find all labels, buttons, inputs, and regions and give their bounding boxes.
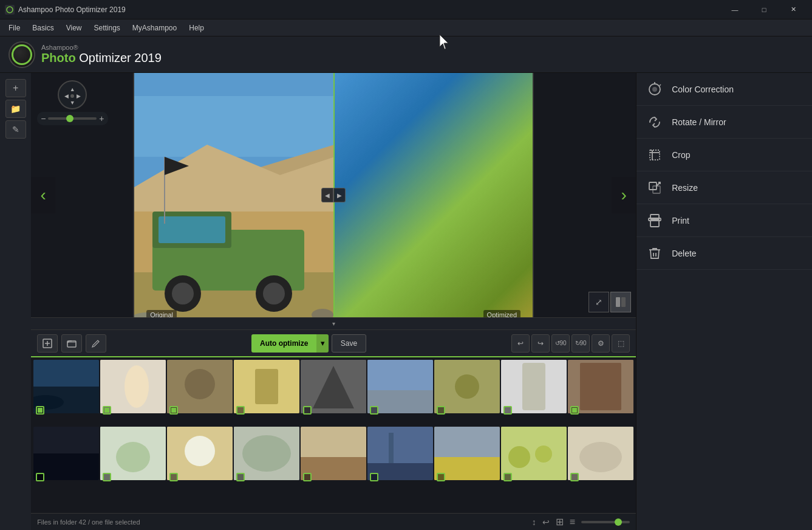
thumb-check-9[interactable]	[570, 406, 579, 415]
color-correction-label: Color Correction	[672, 84, 802, 94]
thumb-check-8[interactable]	[503, 406, 512, 415]
thumb-10[interactable]	[33, 427, 99, 487]
thumb-check-12[interactable]	[169, 473, 178, 481]
rotate-ccw-button[interactable]: ↺90	[551, 334, 570, 353]
panel-color-correction[interactable]: Color Correction	[636, 73, 812, 106]
menu-basics[interactable]: Basics	[26, 21, 60, 35]
thumb-check-6[interactable]	[370, 406, 378, 415]
thumb-9[interactable]	[568, 360, 633, 421]
thumb-check-10[interactable]	[36, 473, 44, 481]
status-controls: ↕ ↩ ⊞ ≡	[532, 516, 630, 528]
thumb-4[interactable]	[234, 360, 299, 421]
thumb-check-5[interactable]	[303, 406, 312, 415]
thumb-8[interactable]	[501, 360, 567, 421]
thumb-11[interactable]	[100, 427, 166, 487]
menu-myashampoo[interactable]: MyAshampoo	[126, 21, 183, 35]
pan-control[interactable]: ▲ ◀▶ ▼	[58, 80, 87, 109]
thumb-check-16[interactable]	[437, 473, 445, 481]
resize-icon	[646, 179, 663, 196]
panel-crop[interactable]: Crop	[636, 139, 812, 171]
zoom-track[interactable]	[48, 117, 97, 120]
edit-button[interactable]	[86, 334, 106, 353]
undo2-button[interactable]: ↪	[531, 334, 550, 353]
sort-icon[interactable]: ↕	[532, 517, 536, 527]
thumb-check-3[interactable]	[169, 406, 178, 415]
svg-rect-2	[134, 96, 333, 157]
add-folder-button[interactable]: 📁	[5, 100, 26, 118]
thumb-14[interactable]	[301, 427, 366, 487]
add-file-button[interactable]: +	[5, 79, 26, 97]
split-handle[interactable]: ◀ ▶	[321, 188, 346, 202]
menu-view[interactable]: View	[60, 21, 88, 35]
rotate-cw-button[interactable]: ↻90	[571, 334, 590, 353]
thumbnail-row-2	[31, 424, 636, 491]
auto-optimize-dropdown-button[interactable]: ▾	[316, 334, 329, 353]
svg-point-45	[125, 365, 149, 408]
logo-product: Photo Optimizer 2019	[41, 51, 162, 65]
thumb-check-18[interactable]	[570, 473, 579, 481]
svg-rect-36	[621, 297, 626, 307]
thumb-6[interactable]	[367, 360, 433, 421]
close-button[interactable]: ✕	[779, 0, 807, 19]
svg-point-92	[658, 219, 659, 220]
thumb-check-7[interactable]	[437, 406, 445, 415]
selection-button[interactable]: ⬚	[612, 334, 630, 353]
zoom-minus-button[interactable]: −	[41, 114, 46, 123]
prev-image-button[interactable]: ‹	[31, 177, 55, 213]
size-slider[interactable]	[581, 521, 630, 523]
save-button[interactable]: Save	[332, 334, 366, 353]
thumb-check-1[interactable]	[36, 406, 44, 415]
zoom-plus-button[interactable]: +	[99, 114, 104, 123]
next-image-button[interactable]: ›	[612, 177, 636, 213]
open-folder-button[interactable]	[61, 334, 82, 353]
thumb-12[interactable]	[167, 427, 233, 487]
menu-settings[interactable]: Settings	[87, 21, 126, 35]
toolbar: Auto optimize ▾ Save ↩ ↪ ↺90 ↻90 ⚙ ⬚	[31, 329, 636, 356]
panel-print[interactable]: Print	[636, 204, 812, 237]
thumb-1[interactable]	[33, 360, 99, 421]
thumb-check-11[interactable]	[103, 473, 111, 481]
minimize-button[interactable]: —	[721, 0, 749, 19]
thumb-7[interactable]	[434, 360, 500, 421]
grid-view-button[interactable]: ⊞	[556, 516, 564, 528]
thumb-check-17[interactable]	[503, 473, 512, 481]
list-view-button[interactable]: ≡	[570, 517, 575, 528]
logo-bar: Ashampoo® Photo Optimizer 2019	[0, 36, 812, 73]
settings-button[interactable]: ⚙	[592, 334, 610, 353]
menu-file[interactable]: File	[2, 21, 26, 35]
right-panel: Color Correction Rotate / Mirror	[636, 73, 812, 530]
thumb-15[interactable]	[367, 427, 433, 487]
thumb-check-14[interactable]	[303, 473, 312, 481]
back-icon[interactable]: ↩	[542, 517, 550, 527]
thumb-check-2[interactable]	[103, 406, 111, 415]
maximize-button[interactable]: □	[750, 0, 778, 19]
thumb-18[interactable]	[568, 427, 633, 487]
panel-rotate-mirror[interactable]: Rotate / Mirror	[636, 106, 812, 139]
panel-resize[interactable]: Resize	[636, 171, 812, 204]
image-container: ◀ ▶ Original Optimized	[133, 73, 534, 317]
thumb-3[interactable]	[167, 360, 233, 421]
thumb-check-13[interactable]	[236, 473, 245, 481]
thumb-check-15[interactable]	[370, 473, 378, 481]
thumb-17[interactable]	[501, 427, 567, 487]
fullscreen-button[interactable]: ⤢	[589, 292, 609, 312]
thumb-16[interactable]	[434, 427, 500, 487]
status-text: Files in folder 42 / one file selected	[37, 518, 140, 526]
thumb-5[interactable]	[301, 360, 366, 421]
menu-help[interactable]: Help	[183, 21, 210, 35]
svg-rect-72	[389, 433, 394, 463]
split-view-button[interactable]	[610, 292, 631, 312]
title-bar: Ashampoo Photo Optimizer 2019 — □ ✕	[0, 0, 812, 19]
collapse-button[interactable]: ▾	[31, 317, 636, 329]
brush-button[interactable]: ✎	[5, 120, 26, 139]
undo-button[interactable]: ↩	[511, 334, 530, 353]
size-slider-thumb	[615, 518, 622, 526]
thumb-13[interactable]	[234, 427, 299, 487]
new-file-button[interactable]	[37, 334, 58, 353]
svg-point-79	[579, 442, 622, 472]
thumb-check-4[interactable]	[236, 406, 245, 415]
image-original-panel	[134, 73, 333, 317]
panel-delete[interactable]: Delete	[636, 237, 812, 270]
auto-optimize-button[interactable]: Auto optimize	[251, 334, 316, 353]
thumb-2[interactable]	[100, 360, 166, 421]
